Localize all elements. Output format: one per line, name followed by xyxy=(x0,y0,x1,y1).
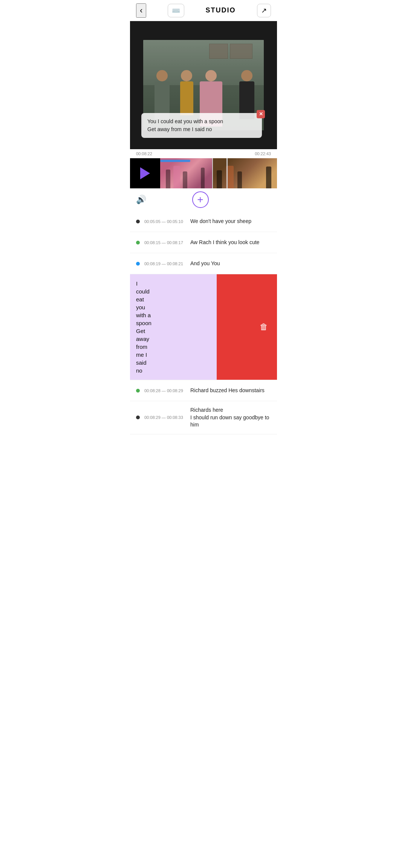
caption-dot xyxy=(136,389,140,393)
caption-dot xyxy=(136,262,140,266)
caption-item[interactable]: 00:08:28 — 00:08:29 Richard buzzed Hes d… xyxy=(130,380,277,401)
play-button-container xyxy=(130,158,160,188)
share-icon: ↗︎ xyxy=(261,6,267,15)
highlight-bar xyxy=(160,160,190,162)
caption-item-selected[interactable]: I could eat you with a spoonGet away fro… xyxy=(130,274,277,380)
play-button[interactable] xyxy=(140,167,150,179)
subtitle-icon: ⌨️ xyxy=(172,6,180,15)
add-caption-button[interactable]: + xyxy=(192,191,209,208)
caption-list: 00:05:05 — 00:05:10 We don't have your s… xyxy=(130,211,277,434)
caption-item[interactable]: 00:08:29 — 00:08:33 Richards hereI shoul… xyxy=(130,401,277,434)
filmstrip[interactable] xyxy=(160,158,277,188)
caption-text[interactable]: Richard buzzed Hes downstairs xyxy=(190,387,271,394)
caption-dot xyxy=(136,416,140,419)
caption-item[interactable]: 00:08:15 — 00:08:17 Aw Rach I think you … xyxy=(130,232,277,253)
caption-text[interactable]: And you You xyxy=(190,260,271,267)
caption-time: 00:08:15 — 00:08:17 xyxy=(144,240,186,245)
app-header: ‹ ⌨️ STUDIO ↗︎ xyxy=(130,0,277,21)
subtitle-close-button[interactable]: ✕ xyxy=(257,110,265,118)
time-end: 00:22:43 xyxy=(255,151,271,156)
selected-caption-content: I could eat you with a spoonGet away fro… xyxy=(136,280,216,374)
back-button[interactable]: ‹ xyxy=(136,3,146,18)
page-title: STUDIO xyxy=(205,6,236,14)
film-frame-yellow xyxy=(213,158,277,188)
controls-row: 🔊 + xyxy=(130,188,277,211)
caption-text-selected[interactable]: I could eat you with a spoonGet away fro… xyxy=(136,280,151,374)
progress-line xyxy=(226,158,228,188)
caption-time: 00:08:29 — 00:08:33 xyxy=(144,415,186,420)
share-button[interactable]: ↗︎ xyxy=(257,4,271,17)
delete-zone[interactable]: 🗑 xyxy=(217,274,277,380)
caption-time: 00:05:05 — 00:05:10 xyxy=(144,219,186,224)
video-background: ✕ You I could eat you with a spoon Get a… xyxy=(130,21,277,149)
film-segment-1[interactable] xyxy=(160,158,213,188)
caption-item[interactable]: 00:05:05 — 00:05:10 We don't have your s… xyxy=(130,211,277,232)
timeline-labels: 00:08:22 00:22:43 xyxy=(130,149,277,158)
time-start: 00:08:22 xyxy=(136,151,152,156)
caption-time: 00:08:19 — 00:08:21 xyxy=(144,261,186,266)
caption-time: 00:08:28 — 00:08:29 xyxy=(144,388,186,393)
subtitle-line-2: Get away from me I said no xyxy=(147,125,256,133)
film-frame-pink xyxy=(160,158,212,188)
video-player[interactable]: ✕ You I could eat you with a spoon Get a… xyxy=(130,21,277,149)
caption-text[interactable]: Richards hereI should run down say goodb… xyxy=(190,406,271,429)
caption-item[interactable]: 00:08:19 — 00:08:21 And you You xyxy=(130,253,277,274)
delete-icon[interactable]: 🗑 xyxy=(260,322,268,332)
caption-dot xyxy=(136,220,140,223)
caption-text[interactable]: Aw Rach I think you look cute xyxy=(190,239,271,246)
caption-text[interactable]: We don't have your sheep xyxy=(190,218,271,225)
close-icon: ✕ xyxy=(259,110,263,118)
subtitle-overlay: ✕ You I could eat you with a spoon Get a… xyxy=(141,113,262,138)
subtitle-line-1: You I could eat you with a spoon xyxy=(147,118,256,125)
volume-button[interactable]: 🔊 xyxy=(136,195,146,205)
film-segment-2[interactable] xyxy=(213,158,277,188)
filmstrip-timeline[interactable] xyxy=(130,158,277,188)
caption-dot xyxy=(136,241,140,245)
subtitle-toggle-button[interactable]: ⌨️ xyxy=(168,4,184,17)
